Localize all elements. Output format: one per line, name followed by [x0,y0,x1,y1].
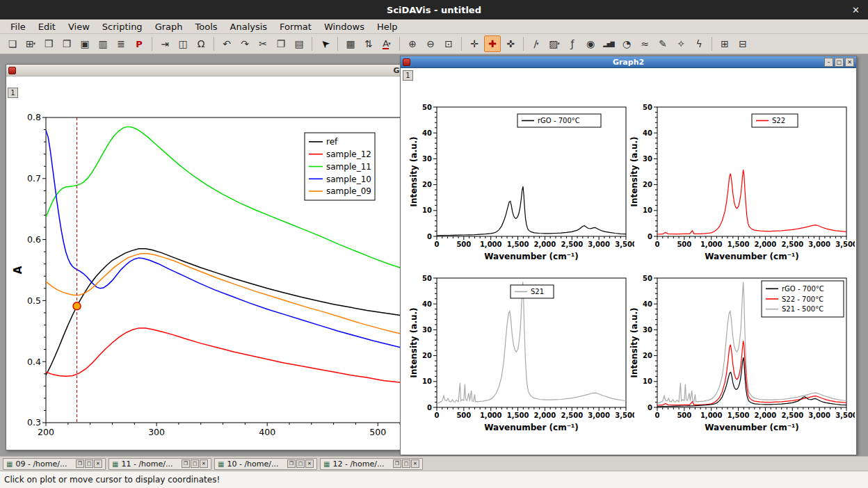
raman-plot-combined[interactable]: 05001,0001,5002,0002,5003,0003,500010203… [629,266,855,441]
graph2-titlebar[interactable]: Graph2 – □ ✕ [401,56,856,68]
menu-format[interactable]: Format [273,21,318,33]
print-icon[interactable]: ≣ [113,35,129,52]
close-icon[interactable]: ✕ [94,459,102,468]
svg-text:1,000: 1,000 [480,412,502,419]
maximize-icon[interactable]: □ [85,459,93,468]
layer-button[interactable]: 1 [8,88,18,98]
close-icon[interactable]: ✕ [305,459,314,468]
menu-edit[interactable]: Edit [32,21,62,33]
undo-icon[interactable]: ↶ [218,35,235,52]
select-data-range-icon[interactable]: ✜ [502,35,519,52]
close-icon[interactable]: ✕ [200,459,208,468]
toolbar-separator [399,37,400,51]
menu-analysis[interactable]: Analysis [224,21,274,33]
pointer-tool-icon[interactable]: ➤ [316,35,333,52]
interpolate-icon[interactable]: ≈ [636,35,653,52]
workspace: Graph1 1 2003004005000.30.40.50.60.70.8A… [0,54,868,456]
maximize-icon[interactable]: □ [402,459,410,468]
svg-text:Wavenumber (cm⁻¹): Wavenumber (cm⁻¹) [705,252,798,261]
new-project-icon[interactable]: ❏ [4,35,21,52]
restore-icon[interactable]: ❐ [76,459,84,468]
open-project-icon[interactable]: ❒ [40,35,57,52]
format-font-icon[interactable]: A▾ [378,35,395,52]
plot-pie-icon[interactable]: ◔ [618,35,635,52]
svg-text:500: 500 [456,412,471,419]
layer-button[interactable]: 1 [403,70,413,81]
add-table-icon[interactable]: ⊞ [716,35,733,52]
svg-text:2,000: 2,000 [755,241,777,248]
svg-text:0.5: 0.5 [27,295,41,306]
maximize-icon[interactable]: □ [835,58,844,67]
copy-icon[interactable]: ❐ [273,35,289,52]
svg-text:1,500: 1,500 [728,412,750,419]
svg-text:S21 - 500°C: S21 - 500°C [782,305,823,313]
plot-histogram-icon[interactable]: ▂▅▇ [600,35,617,52]
project-explorer-icon[interactable]: ◫ [175,35,191,52]
screen-reader-icon[interactable]: ✛ [466,35,483,52]
menu-scripting[interactable]: Scripting [96,21,149,33]
rescale-to-show-all-icon[interactable]: ⊡ [440,35,457,52]
cut-icon[interactable]: ✂ [255,35,271,52]
save-project-icon[interactable]: ▣ [77,35,93,52]
svg-text:30: 30 [422,326,432,334]
taskbar-window-button[interactable]: ▦10 - /home/...❐□✕ [214,458,317,470]
save-template-icon[interactable]: ▥ [95,35,111,52]
draw-line-icon[interactable]: ∕▾ [528,35,545,52]
svg-text:0.6: 0.6 [27,234,41,245]
window-title: SciDAVis - untitled [387,5,481,15]
menu-file[interactable]: File [4,21,32,33]
toolbar-separator [214,37,214,51]
svg-text:3,000: 3,000 [588,241,610,248]
plot-globe-icon[interactable]: ◉ [582,35,599,52]
svg-text:500: 500 [677,412,691,419]
restore-icon[interactable]: ❐ [393,459,401,468]
svg-text:0: 0 [435,412,440,419]
new-table-icon[interactable]: ⊞▾ [22,35,39,52]
svg-text:sample_12: sample_12 [326,149,371,159]
restore-icon[interactable]: ❐ [287,459,296,468]
lightning-tool-icon[interactable]: ϟ [691,35,707,52]
raman-plot-s22[interactable]: 05001,0001,5002,0002,5003,0003,500010203… [629,95,855,270]
taskbar-window-button[interactable]: ▦11 - /home/...❐□✕ [108,458,211,470]
restore-icon[interactable]: ❐ [182,459,190,468]
import-ascii-icon[interactable]: ⇥ [156,35,173,52]
menu-graph[interactable]: Graph [149,21,189,33]
taskbar-window-button[interactable]: ▦12 - /home/...❐□✕ [320,458,423,470]
open-template-icon[interactable]: ❐ [58,35,75,52]
add-texture-icon[interactable]: ▨▾ [546,35,563,52]
zoom-in-icon[interactable]: ⊕ [404,35,421,52]
maximize-icon[interactable]: □ [191,459,199,468]
add-text-icon[interactable]: ✎ [654,35,671,52]
svg-text:500: 500 [369,427,386,437]
graph2-window[interactable]: Graph2 – □ ✕ 1 05001,0001,5002,0002,5003… [400,56,857,455]
svg-text:0.3: 0.3 [27,417,41,428]
svg-text:A: A [12,266,24,274]
raman-plot-s21[interactable]: 05001,0001,5002,0002,5003,0003,500010203… [409,266,634,441]
close-icon[interactable]: ✕ [852,5,860,15]
magic-tool-icon[interactable]: ✧ [673,35,689,52]
menu-tools[interactable]: Tools [189,21,224,33]
close-icon[interactable]: ✕ [411,459,419,468]
menu-help[interactable]: Help [371,21,404,33]
svg-text:3,000: 3,000 [808,412,830,419]
menu-view[interactable]: View [62,21,96,33]
add-function-curve-icon[interactable]: ƒ [564,35,581,52]
svg-text:500: 500 [456,241,471,248]
svg-text:0: 0 [648,404,652,412]
raman-plot-rgo700[interactable]: 05001,0001,5002,0002,5003,0003,500010203… [409,95,634,270]
table-statistics-icon[interactable]: ▦ [342,35,359,52]
export-pdf-icon[interactable]: P [131,35,147,52]
svg-text:2,000: 2,000 [534,412,556,419]
data-reader-icon[interactable]: ✚ [484,35,501,52]
add-matrix-icon[interactable]: ⊟ [734,35,751,52]
maximize-icon[interactable]: □ [296,459,305,468]
close-icon[interactable]: ✕ [845,58,854,67]
minimize-icon[interactable]: – [824,58,833,67]
paste-icon[interactable]: ▤ [291,35,307,52]
sort-table-icon[interactable]: ⇅ [360,35,377,52]
redo-icon[interactable]: ↷ [236,35,253,52]
menu-windows[interactable]: Windows [318,21,371,33]
taskbar-window-button[interactable]: ▦09 - /home/...❐□✕ [3,458,106,470]
zoom-out-icon[interactable]: ⊖ [422,35,439,52]
lock-toolbars-icon[interactable]: Ω [193,35,209,52]
